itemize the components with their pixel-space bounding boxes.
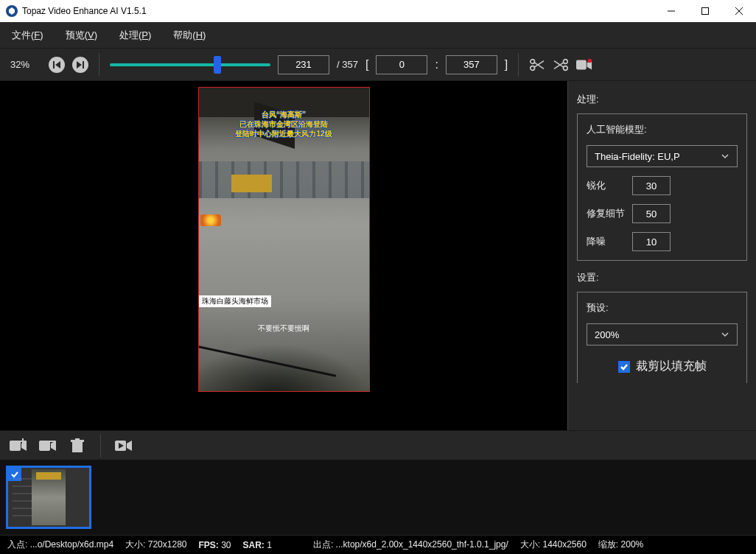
model-label: 人工智能模型: — [587, 123, 738, 136]
cut-out-icon[interactable] — [553, 57, 569, 73]
video-frame[interactable]: 台风“海高斯” 已在珠海市金湾区沿海登陆 登陆时中心附近最大风力12级 珠海白藤… — [198, 87, 370, 392]
crop-label: 裁剪以填充帧 — [636, 359, 707, 374]
titlebar: Topaz Video Enhance AI V1.5.1 — [0, 0, 756, 22]
svg-rect-27 — [49, 441, 55, 442]
zoom-level: 32% — [10, 59, 41, 70]
trash-icon[interactable] — [68, 436, 87, 455]
location-label: 珠海白藤头海鲜市场 — [199, 295, 271, 307]
current-frame-input[interactable] — [278, 55, 329, 74]
settings-title: 设置: — [577, 271, 747, 284]
frame-slider[interactable] — [110, 57, 270, 72]
thumbnail-item[interactable] — [6, 466, 91, 529]
svg-point-18 — [588, 58, 592, 63]
next-frame-button[interactable] — [72, 57, 88, 73]
cut-in-icon[interactable] — [529, 57, 545, 73]
svg-rect-24 — [20, 441, 26, 442]
total-frames-label: / 357 — [337, 59, 358, 70]
preset-label: 预设: — [587, 301, 738, 315]
svg-line-11 — [534, 60, 545, 67]
svg-rect-1 — [702, 8, 709, 15]
svg-marker-7 — [77, 61, 82, 69]
svg-marker-5 — [55, 61, 60, 69]
bracket-close: ] — [505, 58, 508, 71]
preset-select[interactable]: 200% — [587, 323, 738, 346]
svg-rect-4 — [53, 61, 55, 69]
sharpen-input[interactable] — [632, 176, 671, 195]
menu-help[interactable]: 帮助(H) — [169, 26, 210, 45]
bottom-toolbar — [0, 430, 756, 460]
prev-frame-button[interactable] — [49, 57, 65, 73]
subtitle-label: 不要慌不要慌啊 — [199, 323, 369, 334]
menubar: 文件(F) 预览(V) 处理(P) 帮助(H) — [0, 22, 756, 49]
detail-input[interactable] — [632, 204, 671, 223]
statusbar: 入点: ...o/Desktop/x6d.mp4 大小: 720x1280 FP… — [0, 535, 756, 554]
record-icon[interactable] — [576, 57, 592, 73]
processing-box: 人工智能模型: Theia-Fidelity: EU,P 锐化 修复细节 降噪 — [577, 113, 747, 261]
chevron-down-icon — [721, 152, 729, 161]
model-select[interactable]: Theia-Fidelity: EU,P — [587, 145, 738, 167]
denoise-input[interactable] — [632, 232, 671, 251]
chevron-down-icon — [721, 330, 729, 339]
svg-rect-28 — [72, 442, 83, 452]
divider — [100, 434, 101, 457]
right-panel: 处理: 人工智能模型: Theia-Fidelity: EU,P 锐化 修复细节… — [567, 81, 756, 430]
close-button[interactable] — [722, 0, 756, 22]
detail-label: 修复细节 — [587, 207, 625, 220]
thumbnail-strip — [0, 460, 756, 535]
caption-overlay: 台风“海高斯” 已在珠海市金湾区沿海登陆 登陆时中心附近最大风力12级 — [199, 110, 369, 138]
in-frame-input[interactable] — [376, 55, 427, 74]
window-title: Topaz Video Enhance AI V1.5.1 — [22, 6, 147, 16]
menu-process[interactable]: 处理(P) — [115, 26, 155, 45]
toolbar: 32% / 357 [ : ] — [0, 49, 756, 81]
svg-rect-30 — [75, 438, 80, 440]
add-video-icon[interactable] — [9, 436, 28, 455]
svg-rect-6 — [83, 61, 84, 69]
sharpen-label: 锐化 — [587, 179, 625, 192]
out-frame-input[interactable] — [446, 55, 497, 74]
svg-line-15 — [554, 60, 564, 67]
svg-marker-26 — [51, 441, 56, 451]
svg-rect-29 — [71, 440, 84, 442]
svg-rect-25 — [39, 441, 50, 451]
remove-video-icon[interactable] — [38, 436, 57, 455]
model-value: Theia-Fidelity: EU,P — [595, 151, 680, 162]
svg-line-10 — [534, 62, 545, 69]
svg-line-14 — [554, 62, 564, 69]
divider — [99, 53, 99, 77]
preset-value: 200% — [595, 329, 619, 340]
svg-rect-16 — [576, 60, 587, 69]
divider — [518, 53, 519, 77]
processing-title: 处理: — [577, 93, 747, 106]
preview-area: 台风“海高斯” 已在珠海市金湾区沿海登陆 登陆时中心附近最大风力12级 珠海白藤… — [0, 81, 567, 430]
menu-preview[interactable]: 预览(V) — [61, 26, 102, 45]
svg-rect-19 — [10, 441, 21, 451]
settings-box: 预设: 200% 裁剪以填充帧 — [577, 292, 747, 383]
process-video-icon[interactable] — [114, 436, 133, 455]
app-logo-icon — [6, 5, 18, 17]
colon-separator: : — [435, 58, 438, 71]
maximize-button[interactable] — [688, 0, 722, 22]
crop-checkbox[interactable] — [618, 361, 630, 373]
menu-file[interactable]: 文件(F) — [7, 26, 48, 45]
bracket-open: [ — [365, 58, 368, 71]
denoise-label: 降噪 — [587, 235, 625, 248]
minimize-button[interactable] — [654, 0, 688, 22]
svg-marker-32 — [127, 441, 132, 451]
